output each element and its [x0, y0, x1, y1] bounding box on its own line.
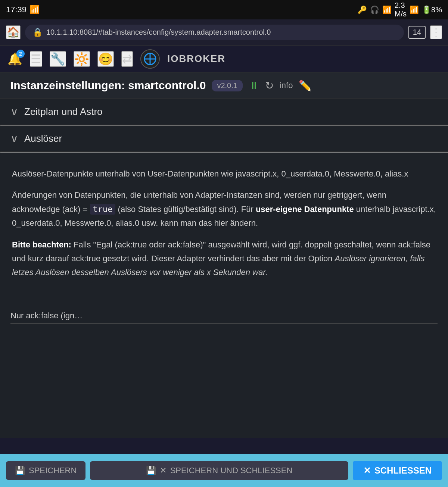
app-toolbar: 🔔 2 ☰ 🔧 🔆 😊 ⇄ IOBROKER [0, 46, 448, 72]
close-main-label: SCHLIESSEN [374, 465, 432, 476]
section-zeitplan-label: Zeitplan und Astro [24, 106, 103, 118]
battery-label: 🔋8% [422, 5, 442, 14]
info-paragraph-2: Änderungen von Datenpunkten, die unterha… [12, 188, 436, 230]
save-icon: 💾 [15, 466, 25, 475]
headphone-icon: 🎧 [370, 5, 379, 14]
lock-icon: 🔒 [32, 28, 43, 37]
hamburger-menu-button[interactable]: ☰ [30, 51, 42, 67]
info-label[interactable]: info [280, 81, 293, 90]
info-paragraph-1: Auslöser-Datenpunkte unterhalb von User-… [12, 167, 436, 181]
wrench-icon-button[interactable]: 🔧 [50, 51, 66, 67]
status-time: 17:39 [6, 5, 27, 15]
browser-menu-button[interactable]: ⋮ [430, 25, 442, 39]
key-icon: 🔑 [358, 5, 367, 14]
instance-title: Instanzeinstellungen: smartcontrol.0 [10, 79, 206, 92]
section-ausloser-label: Auslöser [24, 133, 62, 144]
instance-header: Instanzeinstellungen: smartcontrol.0 v2.… [0, 72, 448, 99]
info-p2-code: true [90, 204, 116, 215]
info-p3-end: . [266, 268, 268, 277]
save-close-save-icon: 💾 [146, 466, 156, 475]
iobroker-logo [140, 49, 160, 69]
browser-bar: 🏠 🔒 10.1.1.10:8081/#tab-instances/config… [0, 19, 448, 46]
close-main-icon: ✕ [363, 465, 371, 476]
close-x-icon: ✕ [160, 466, 167, 475]
info-p2-bold: user-eigene Datenpunkte [256, 205, 354, 214]
url-bar[interactable]: 🔒 10.1.1.10:8081/#tab-instances/config/s… [25, 25, 404, 40]
section-zeitplan[interactable]: ∨ Zeitplan und Astro [0, 99, 448, 125]
reload-button[interactable]: ↻ [265, 79, 274, 92]
save-close-button[interactable]: 💾 ✕ SPEICHERN UND SCHLIESSEN [90, 461, 348, 480]
notification-badge: 2 [16, 50, 25, 58]
speed-label: 2.3M/s [395, 1, 407, 18]
signal-icon: 📶 [382, 5, 392, 14]
info-paragraph-3: Bitte beachten: Falls "Egal (ack:true od… [12, 238, 436, 280]
face-icon-button[interactable]: 😊 [97, 51, 114, 67]
arrows-icon-button[interactable]: ⇄ [121, 51, 133, 67]
main-content: Instanzeinstellungen: smartcontrol.0 v2.… [0, 72, 448, 438]
status-bar: 17:39 📶 🔑 🎧 📶 2.3M/s 📶 🔋8% [0, 0, 448, 19]
version-badge: v2.0.1 [212, 80, 242, 91]
info-box: Auslöser-Datenpunkte unterhalb von User-… [0, 156, 448, 297]
save-button[interactable]: 💾 SPEICHERN [6, 461, 85, 480]
status-bar-right: 🔑 🎧 📶 2.3M/s 📶 🔋8% [358, 1, 442, 18]
edit-button[interactable]: ✏️ [299, 79, 312, 92]
notification-bell-wrap[interactable]: 🔔 2 [7, 52, 22, 66]
url-text: 10.1.1.10:8081/#tab-instances/config/sys… [46, 28, 271, 37]
home-button[interactable]: 🏠 [6, 25, 21, 39]
bottom-bar: 💾 SPEICHERN 💾 ✕ SPEICHERN UND SCHLIESSEN… [0, 454, 448, 487]
info-p2-text2: (also States gültig/bestätigt sind). Für [115, 205, 255, 214]
status-bar-left: 17:39 📶 [6, 5, 40, 15]
save-close-label: SPEICHERN UND SCHLIESSEN [170, 466, 293, 475]
network-bars-icon: 📶 [410, 5, 419, 14]
section-ausloser[interactable]: ∨ Auslöser [0, 126, 448, 152]
brand-label: IOBROKER [167, 53, 225, 65]
play-pause-button[interactable]: ⏸ [249, 79, 259, 92]
ack-dropdown[interactable]: Nur ack:false (ign… [10, 309, 438, 324]
close-button[interactable]: ✕ SCHLIESSEN [353, 461, 442, 480]
chevron-down-icon-2: ∨ [10, 132, 18, 145]
info-p3-bold: Bitte beachten: [12, 240, 71, 249]
status-signal-icon: 📶 [29, 5, 40, 15]
save-label: SPEICHERN [29, 466, 77, 475]
brightness-icon-button[interactable]: 🔆 [74, 51, 90, 67]
dropdown-area: Nur ack:false (ign… [0, 301, 448, 328]
chevron-down-icon: ∨ [10, 106, 18, 118]
tab-count[interactable]: 14 [408, 26, 426, 39]
